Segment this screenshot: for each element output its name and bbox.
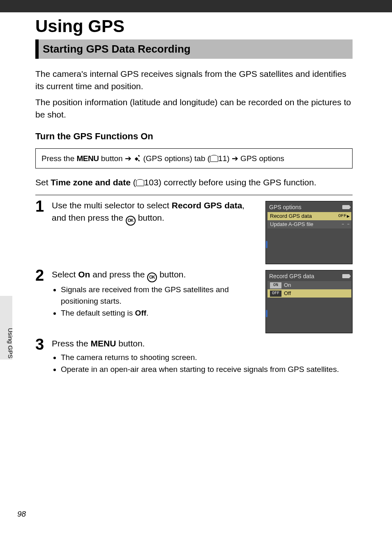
nav-text: Press the xyxy=(42,154,77,163)
list-item: Signals are received from the GPS satell… xyxy=(61,284,257,307)
ok-button-icon: OK xyxy=(147,272,157,282)
satellite-icon xyxy=(134,155,141,162)
set-instruction: Set Time zone and date (103) correctly b… xyxy=(35,178,353,187)
on-tag: ON xyxy=(270,282,281,288)
page-ref-icon xyxy=(210,156,218,162)
nav-page-ref: 11 xyxy=(218,154,227,163)
lcd-row-selected: OFF Off xyxy=(267,289,351,298)
list-item: Operate in an open-air area when startin… xyxy=(61,364,353,375)
menu-button-label: MENU xyxy=(91,339,116,348)
step-number: 3 xyxy=(35,337,52,352)
step-3: 3 Press the MENU button. The camera retu… xyxy=(35,337,353,376)
step-2: 2 Select On and press the OK button. Sig… xyxy=(35,268,353,333)
nav-text: GPS options xyxy=(238,154,284,163)
step-instruction: Press the MENU button. xyxy=(52,337,353,350)
step-instruction: Select On and press the OK button. xyxy=(52,268,257,282)
lcd-screen-gps-options: GPS options Record GPS data OFF▶ Update … xyxy=(265,201,353,264)
lcd-title: Record GPS data xyxy=(269,272,314,280)
scroll-marker xyxy=(266,310,267,317)
lcd-row: ON On xyxy=(267,281,351,289)
nav-text: button xyxy=(99,154,125,163)
step-1: 1 Use the multi selector to select Recor… xyxy=(35,199,353,264)
side-tab-label: Using GPS xyxy=(7,328,14,358)
intro-paragraph-2: The position information (latitude and l… xyxy=(35,96,353,121)
chevron-right-icon: ▶ xyxy=(347,214,350,219)
step-number: 1 xyxy=(35,198,52,214)
arrow-icon: ➔ xyxy=(125,154,131,163)
top-bar xyxy=(0,0,392,12)
intro-paragraph-1: The camera's internal GPS receives signa… xyxy=(35,68,353,93)
lcd-row-selected: Record GPS data OFF▶ xyxy=(267,212,351,220)
page-number: 98 xyxy=(17,510,26,519)
divider xyxy=(35,195,353,195)
page-title: Using GPS xyxy=(35,16,353,36)
sub-heading: Turn the GPS Functions On xyxy=(35,131,353,142)
lcd-title: GPS options xyxy=(269,203,302,211)
step-instruction: Use the multi selector to select Record … xyxy=(52,199,257,226)
step-bullets: The camera returns to shooting screen. O… xyxy=(52,352,353,375)
lcd-row: Update A-GPS file – – xyxy=(267,220,351,228)
nav-text: ) xyxy=(227,154,232,163)
step-number: 2 xyxy=(35,268,52,283)
section-title: Starting GPS Data Recording xyxy=(35,39,353,59)
arrow-icon: ➔ xyxy=(232,154,238,163)
lcd-screen-record-gps: Record GPS data ON On OFF Off xyxy=(265,270,353,333)
time-zone-bold: Time zone and date xyxy=(51,178,131,187)
off-tag: OFF xyxy=(270,291,281,297)
menu-path-box: Press the MENU button ➔ (GPS options) ta… xyxy=(35,148,353,168)
set-page-ref: 103 xyxy=(144,178,159,187)
battery-icon xyxy=(342,205,350,209)
manual-page: Using GPS 98 Using GPS Starting GPS Data… xyxy=(0,0,392,540)
menu-button-label: MENU xyxy=(77,154,99,163)
battery-icon xyxy=(342,274,350,278)
step-bullets: Signals are received from the GPS satell… xyxy=(52,284,257,319)
page-ref-icon xyxy=(136,180,144,186)
list-item: The camera returns to shooting screen. xyxy=(61,352,353,363)
scroll-marker xyxy=(266,241,267,248)
nav-text: (GPS options) tab ( xyxy=(143,154,210,163)
ok-button-icon: OK xyxy=(126,216,136,226)
list-item: The default setting is Off. xyxy=(61,307,257,319)
